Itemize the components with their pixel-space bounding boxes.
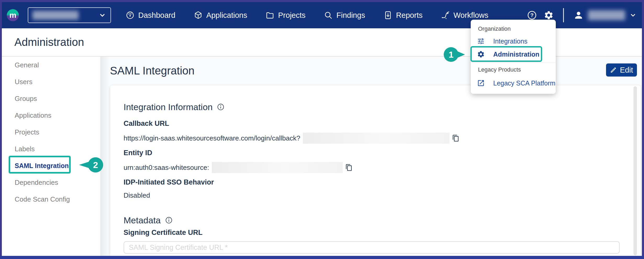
saml-integration-title: SAML Integration <box>110 64 195 77</box>
dashboard-icon <box>126 11 135 20</box>
annotation-step-2: 2 <box>77 157 104 173</box>
cube-icon <box>194 11 203 20</box>
workflow-icon <box>441 11 450 20</box>
sidebar-item-code-scan-config[interactable]: Code Scan Config <box>0 191 100 208</box>
menu-divider <box>471 63 556 63</box>
search-icon <box>324 11 333 20</box>
nav-item-dashboard[interactable]: Dashboard <box>126 11 175 20</box>
sidebar-edge-shadow <box>100 57 110 256</box>
integration-information-heading: Integration Information <box>124 101 607 113</box>
user-icon <box>573 10 584 20</box>
callback-url-value: https://login-saas.whitesourcesoftware.c… <box>124 134 300 142</box>
edit-button-label: Edit <box>620 66 633 74</box>
saml-settings-panel: Integration Information Callback URL htt… <box>110 85 641 256</box>
copy-icon <box>345 164 353 171</box>
settings-menu: Organization Integrations Administration… <box>471 20 556 94</box>
menu-item-legacy-sca-platform[interactable]: Legacy SCA Platform <box>477 78 556 88</box>
entity-id-value: urn:auth0:saas-whitesource: <box>124 164 209 172</box>
entity-id-row: urn:auth0:saas-whitesource: <box>124 162 607 173</box>
admin-sidebar: General Users Groups Applications Projec… <box>0 57 100 256</box>
sliders-icon <box>477 37 485 45</box>
svg-text:1: 1 <box>449 50 454 60</box>
vertical-scrollbar[interactable] <box>634 86 637 255</box>
metadata-heading: Metadata <box>124 214 607 226</box>
section-heading-label: Integration Information <box>124 102 213 112</box>
idp-sso-value: Disabled <box>124 191 607 200</box>
redacted-text-blur <box>212 162 343 173</box>
redacted-text-blur <box>303 133 449 144</box>
primary-nav: Dashboard Applications Projects Findings… <box>126 11 488 20</box>
user-menu[interactable] <box>573 10 637 20</box>
settings-button[interactable] <box>544 10 554 20</box>
nav-item-projects[interactable]: Projects <box>265 11 306 20</box>
sidebar-item-general[interactable]: General <box>0 57 100 73</box>
nav-label: Dashboard <box>138 11 175 20</box>
sidebar-item-projects[interactable]: Projects <box>0 124 100 141</box>
info-icon[interactable] <box>165 216 173 224</box>
user-name-redacted <box>588 10 625 20</box>
help-icon: ? <box>527 10 537 20</box>
menu-item-integrations[interactable]: Integrations <box>477 36 528 46</box>
edit-button[interactable]: Edit <box>606 63 637 77</box>
copy-icon <box>452 134 459 142</box>
callback-url-row: https://login-saas.whitesourcesoftware.c… <box>124 133 607 144</box>
nav-label: Reports <box>396 11 423 20</box>
info-icon[interactable] <box>217 103 225 111</box>
svg-text:2: 2 <box>93 160 98 170</box>
copy-entity-id-button[interactable] <box>345 164 353 171</box>
copy-callback-url-button[interactable] <box>452 134 459 142</box>
window-frame-top <box>0 0 644 2</box>
menu-item-label: Administration <box>493 51 539 58</box>
menu-section-legacy-products: Legacy Products <box>478 66 521 73</box>
nav-item-workflows[interactable]: Workflows <box>441 11 488 20</box>
section-heading-label: Metadata <box>124 215 161 225</box>
annotation-step-1: 1 <box>443 47 467 62</box>
sidebar-item-applications[interactable]: Applications <box>0 107 100 124</box>
gear-icon <box>477 50 485 58</box>
sidebar-item-groups[interactable]: Groups <box>0 90 100 107</box>
sidebar-item-users[interactable]: Users <box>0 73 100 90</box>
signing-certificate-url-label: Signing Certificate URL <box>124 229 607 238</box>
sidebar-item-labels[interactable]: Labels <box>0 141 100 157</box>
org-selector-dropdown[interactable] <box>28 7 111 23</box>
chevron-down-icon <box>629 12 637 19</box>
menu-section-organization: Organization <box>478 25 511 32</box>
navbar-divider <box>563 8 564 22</box>
logo-glyph: m <box>9 11 16 19</box>
report-icon <box>384 11 392 20</box>
nav-label: Applications <box>206 11 247 20</box>
nav-label: Workflows <box>453 11 488 20</box>
panel-content: Integration Information Callback URL htt… <box>110 85 641 254</box>
external-link-icon <box>477 79 485 87</box>
nav-item-reports[interactable]: Reports <box>384 11 423 20</box>
menu-item-label: Legacy SCA Platform <box>493 79 556 87</box>
window-frame-bottom <box>0 256 644 259</box>
entity-id-label: Entity ID <box>124 149 607 158</box>
window-frame-left <box>0 0 2 259</box>
nav-item-applications[interactable]: Applications <box>194 11 247 20</box>
main-content: SAML Integration Edit Integration Inform… <box>100 57 642 256</box>
sidebar-item-dependencies[interactable]: Dependencies <box>0 174 100 191</box>
page-title: Administration <box>14 36 84 48</box>
help-button[interactable]: ? <box>527 10 537 20</box>
chevron-down-icon <box>98 11 106 19</box>
nav-label: Findings <box>336 11 365 20</box>
svg-text:?: ? <box>530 12 534 18</box>
signing-certificate-url-input[interactable] <box>124 241 620 254</box>
org-name-redacted <box>32 11 79 20</box>
pencil-icon <box>610 67 617 73</box>
menu-item-administration[interactable]: Administration <box>477 49 539 60</box>
nav-item-findings[interactable]: Findings <box>324 11 365 20</box>
folder-icon <box>265 11 274 20</box>
menu-item-label: Integrations <box>493 37 528 45</box>
window-frame-right <box>642 0 644 259</box>
idp-sso-label: IDP-Initiated SSO Behavior <box>124 178 607 187</box>
mend-logo: m <box>7 9 19 21</box>
gear-icon <box>544 10 554 20</box>
nav-label: Projects <box>278 11 306 20</box>
app-window: m Dashboard Applications Projects Findin… <box>0 0 644 259</box>
callback-url-label: Callback URL <box>124 120 607 128</box>
